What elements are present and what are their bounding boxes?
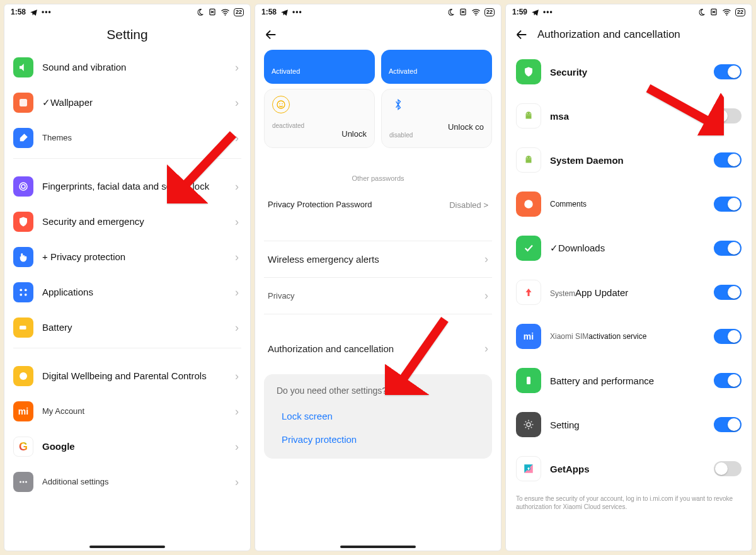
privacy-scroll[interactable]: Activated Activated deactivated Unlock U… (255, 50, 501, 551)
settings-row-addl[interactable]: Additional settings› (4, 464, 250, 500)
chevron-right-icon: › (235, 251, 239, 264)
chevron-right-icon: › (235, 286, 239, 299)
settings-row-battery[interactable]: Battery› (4, 310, 250, 345)
settings-row-wallpaper[interactable]: ✓Wallpaper› (4, 85, 250, 120)
row-wireless-emergency[interactable]: Wireless emergency alerts › (255, 244, 501, 275)
chevron-right-icon: › (484, 342, 488, 355)
card-a-caption: Unlock (272, 129, 367, 139)
settings-row-apps[interactable]: Applications› (4, 275, 250, 310)
moon-icon (196, 8, 204, 16)
toggle-msa[interactable] (714, 108, 742, 123)
chevron-right-icon: › (484, 253, 488, 266)
auth-row-setting: Setting (506, 403, 752, 447)
svg-point-10 (20, 372, 27, 380)
settings-row-google[interactable]: GGoogle› (4, 429, 250, 464)
link-lock-screen[interactable]: Lock screen (277, 404, 479, 428)
row-privacy-password[interactable]: Privacy Protection Password Disabled > (255, 191, 501, 219)
sim-icon: mi (516, 324, 541, 349)
svg-point-4 (21, 185, 25, 188)
settings-row-label: Themes (42, 133, 226, 143)
toggle-setting[interactable] (714, 417, 742, 432)
settings-row-label: Digital Wellbeing and Parental Controls (42, 370, 226, 382)
toggle-updater[interactable] (714, 285, 742, 300)
wallpaper-icon (13, 93, 33, 113)
battperf-icon (516, 368, 541, 393)
settings-list[interactable]: Sound and vibration›✓Wallpaper›Themes›Fi… (4, 50, 250, 551)
vibrate-icon (208, 8, 217, 16)
status-bar: 1:59 ••• 22 (506, 4, 752, 20)
settings-title-text: Setting (106, 27, 147, 42)
card-activated-a[interactable]: Activated (264, 50, 375, 84)
settings-row-sound[interactable]: Sound and vibration› (4, 50, 250, 85)
svg-point-17 (277, 101, 285, 108)
svg-point-8 (25, 294, 27, 296)
home-indicator[interactable] (89, 546, 165, 548)
card-a-status: deactivated (272, 122, 367, 129)
toggle-security[interactable] (714, 64, 742, 79)
getapps-icon (516, 456, 541, 481)
wellbeing-icon (13, 366, 33, 386)
authorization-list[interactable]: SecuritymsaSystem DaemonComments✓Downloa… (506, 50, 752, 551)
row-authorization[interactable]: Authorization and cancellation › (255, 333, 501, 364)
status-bar: 1:58 ••• 22 (4, 4, 250, 20)
battery-level: 22 (234, 8, 244, 16)
svg-point-16 (476, 14, 477, 16)
row-other-passwords[interactable]: Other passwords (255, 166, 501, 191)
google-icon: G (13, 437, 33, 457)
settings-row-wellbeing[interactable]: Digital Wellbeing and Parental Controls› (4, 358, 250, 394)
settings-row-label: My Account (42, 406, 226, 416)
chevron-right-icon: › (235, 440, 239, 454)
settings-row-security[interactable]: Security and emergency› (4, 204, 250, 239)
auth-row-label: Comments (550, 200, 705, 209)
back-button[interactable] (515, 28, 529, 42)
downloads-icon (516, 236, 541, 261)
card-b-caption: Unlock co (389, 122, 484, 132)
sound-icon (13, 57, 33, 77)
auth-row-label: GetApps (550, 464, 705, 474)
toggle-battperf[interactable] (714, 373, 742, 388)
other-passwords-label: Other passwords (352, 175, 404, 182)
svg-rect-2 (20, 99, 27, 106)
screen-privacy: 1:58 ••• 22 Activated Activated (255, 4, 501, 551)
other-settings-panel: Do you need other settings? Lock screen … (264, 374, 492, 459)
settings-row-account[interactable]: miMy Account› (4, 394, 250, 429)
settings-row-label: + Privacy protection (42, 251, 226, 263)
card-unlock-a[interactable]: deactivated Unlock (264, 89, 375, 148)
back-button[interactable] (264, 28, 278, 42)
toggle-daemon[interactable] (714, 152, 742, 168)
chevron-right-icon: › (235, 180, 239, 193)
toggle-downloads[interactable] (714, 241, 742, 256)
card-activated-b[interactable]: Activated (381, 50, 492, 84)
auth-row-label: Xiaomi SIMactivation service (550, 332, 705, 341)
svg-point-24 (527, 113, 528, 115)
moon-icon (447, 8, 455, 16)
svg-point-31 (527, 423, 530, 426)
screen-settings: 1:58 ••• 22 Setting Sound and vibration›… (4, 4, 251, 551)
toggle-getapps[interactable] (714, 461, 742, 476)
card-unlock-b[interactable]: Unlock co disabled (381, 89, 492, 148)
settings-row-privacy[interactable]: + Privacy protection› (4, 239, 250, 275)
auth-row-security: Security (506, 50, 752, 94)
svg-point-3 (20, 183, 27, 190)
battery-icon (13, 318, 33, 338)
privacy-icon (13, 247, 33, 267)
auth-row-label: msa (550, 111, 705, 122)
chevron-right-icon: › (235, 61, 239, 74)
toggle-sim[interactable] (714, 329, 742, 344)
settings-row-biometric[interactable]: Fingerprints, facial data and screen loc… (4, 169, 250, 204)
settings-row-label: Google (42, 441, 226, 453)
link-privacy-protection[interactable]: Privacy protection (277, 428, 479, 451)
settings-row-themes[interactable]: Themes› (4, 120, 250, 156)
svg-point-28 (530, 157, 531, 159)
privacy-password-label: Privacy Protection Password (268, 200, 372, 210)
chevron-right-icon: › (235, 132, 239, 145)
home-indicator[interactable] (340, 546, 416, 548)
settings-row-label: Applications (42, 287, 226, 299)
toggle-comments[interactable] (714, 197, 742, 212)
telegram-icon (531, 8, 539, 16)
svg-point-18 (279, 103, 280, 105)
settings-row-label: Security and emergency (42, 216, 226, 228)
row-privacy[interactable]: Privacy › (255, 280, 501, 311)
authorization-footnote: To ensure the security of your account, … (506, 491, 752, 511)
settings-row-label: Sound and vibration (42, 62, 226, 74)
